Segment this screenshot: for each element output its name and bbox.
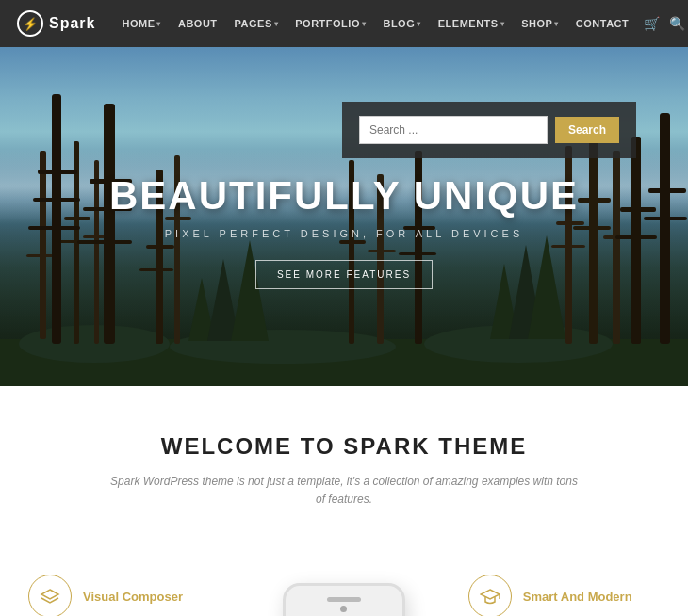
navbar: ⚡ Spark HOME ▾ ABOUT PAGES ▾ PORTFOLIO ▾… bbox=[0, 0, 688, 47]
nav-item-shop[interactable]: SHOP ▾ bbox=[514, 12, 566, 35]
nav-icons: 🛒 🔍 ☰ bbox=[644, 16, 688, 31]
search-icon[interactable]: 🔍 bbox=[669, 16, 685, 31]
brand-logo[interactable]: ⚡ Spark bbox=[17, 10, 95, 37]
hero-subtitle: PIXEL PERFECT DESIGN, FOR ALL DEVICES bbox=[109, 228, 579, 239]
feature-title: Visual Composer bbox=[83, 590, 183, 604]
welcome-subtitle: Spark WordPress theme is not just a temp… bbox=[108, 473, 580, 509]
svg-rect-11 bbox=[83, 235, 106, 238]
feature-title: Smart And Modern bbox=[523, 590, 632, 604]
hero-content: BEAUTIFULLY UNIQUE PIXEL PERFECT DESIGN,… bbox=[109, 173, 579, 289]
svg-rect-17 bbox=[52, 94, 61, 344]
svg-rect-8 bbox=[64, 217, 90, 220]
svg-rect-34 bbox=[620, 207, 656, 212]
chevron-down-icon: ▾ bbox=[156, 20, 161, 28]
brand-name: Spark bbox=[49, 15, 95, 32]
features-center-col bbox=[238, 565, 450, 616]
svg-rect-10 bbox=[94, 160, 99, 344]
svg-rect-29 bbox=[578, 198, 611, 203]
chevron-down-icon: ▾ bbox=[554, 20, 559, 28]
nav-item-home[interactable]: HOME ▾ bbox=[114, 12, 169, 35]
features-right-col: Smart And Modern Bootstrap is the most p… bbox=[450, 565, 679, 616]
hero-title: BEAUTIFULLY UNIQUE bbox=[109, 173, 579, 219]
search-input[interactable] bbox=[359, 116, 548, 144]
nav-item-contact[interactable]: CONTACT bbox=[568, 12, 636, 35]
feature-header: Smart And Modern bbox=[468, 575, 660, 616]
svg-rect-18 bbox=[38, 170, 77, 174]
graduation-cap-icon bbox=[468, 575, 512, 616]
features-section: Visual Composer Visual will save you ton… bbox=[0, 546, 688, 616]
svg-rect-33 bbox=[631, 137, 641, 344]
layers-icon bbox=[28, 575, 72, 616]
feature-header: Visual Composer bbox=[28, 575, 220, 616]
svg-rect-36 bbox=[660, 113, 670, 344]
features-left-col: Visual Composer Visual will save you ton… bbox=[9, 565, 238, 616]
svg-rect-37 bbox=[648, 188, 686, 193]
chevron-down-icon: ▾ bbox=[362, 20, 367, 28]
svg-rect-35 bbox=[615, 235, 657, 239]
chevron-down-icon: ▾ bbox=[500, 20, 505, 28]
brand-icon: ⚡ bbox=[17, 10, 43, 37]
search-button[interactable]: Search bbox=[555, 117, 619, 143]
svg-rect-28 bbox=[589, 132, 598, 344]
hero-section: Search BEAUTIFULLY UNIQUE PIXEL PERFECT … bbox=[0, 47, 688, 386]
welcome-section: WELCOME TO SPARK THEME Spark WordPress t… bbox=[0, 386, 688, 546]
phone-camera bbox=[340, 606, 347, 612]
svg-rect-4 bbox=[40, 151, 46, 339]
chevron-down-icon: ▾ bbox=[274, 20, 279, 28]
svg-rect-20 bbox=[28, 226, 80, 230]
feature-smart-modern: Smart And Modern Bootstrap is the most p… bbox=[468, 575, 660, 616]
nav-item-portfolio[interactable]: PORTFOLIO ▾ bbox=[287, 12, 373, 35]
nav-item-pages[interactable]: PAGES ▾ bbox=[227, 12, 287, 35]
search-popup: Search bbox=[342, 102, 636, 158]
welcome-title: WELCOME TO SPARK THEME bbox=[19, 433, 669, 460]
phone-mockup bbox=[283, 583, 405, 616]
cart-icon[interactable]: 🛒 bbox=[644, 16, 660, 31]
svg-marker-53 bbox=[481, 590, 500, 599]
svg-rect-38 bbox=[644, 217, 687, 220]
hero-cta-button[interactable]: SEE MORE FEATURES bbox=[255, 260, 433, 289]
nav-item-blog[interactable]: BLOG ▾ bbox=[375, 12, 428, 35]
chevron-down-icon: ▾ bbox=[417, 20, 421, 28]
svg-rect-19 bbox=[33, 198, 80, 202]
svg-rect-31 bbox=[613, 151, 620, 344]
phone-speaker bbox=[327, 597, 361, 602]
nav-item-about[interactable]: ABOUT bbox=[171, 12, 225, 35]
nav-menu: HOME ▾ ABOUT PAGES ▾ PORTFOLIO ▾ BLOG ▾ … bbox=[114, 12, 636, 35]
nav-item-elements[interactable]: ELEMENTS ▾ bbox=[431, 12, 512, 35]
feature-visual-composer: Visual Composer Visual will save you ton… bbox=[28, 575, 220, 616]
